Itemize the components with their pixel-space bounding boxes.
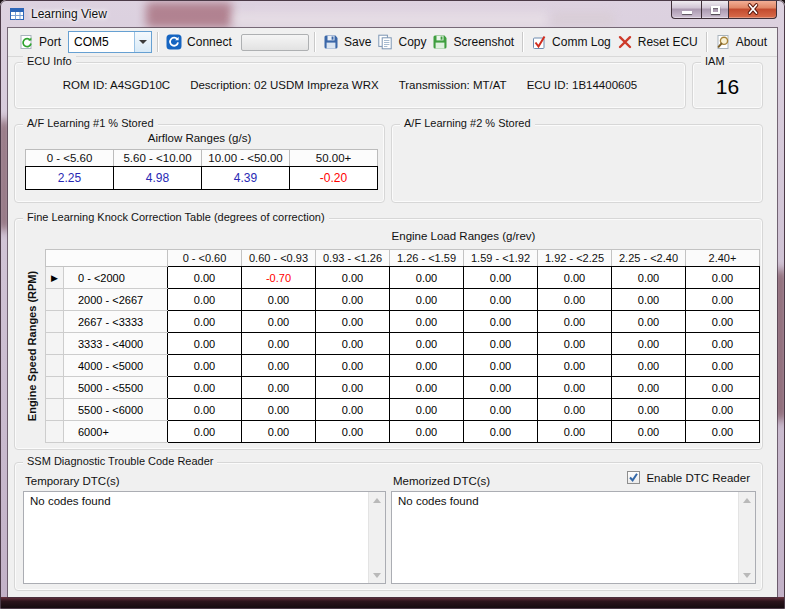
- knock-cell[interactable]: 0.00: [686, 421, 760, 443]
- save-button[interactable]: Save: [320, 32, 374, 52]
- scroll-down-icon[interactable]: [369, 567, 385, 583]
- port-dropdown-button[interactable]: [134, 32, 151, 52]
- knock-cell[interactable]: 0.00: [612, 267, 686, 289]
- knock-cell[interactable]: 0.00: [538, 421, 612, 443]
- comm-log-button[interactable]: Comm Log: [528, 32, 614, 52]
- knock-cell[interactable]: 0.00: [242, 377, 316, 399]
- knock-cell[interactable]: 0.00: [612, 289, 686, 311]
- knock-cell[interactable]: 0.00: [538, 399, 612, 421]
- knock-cell[interactable]: 0.00: [686, 399, 760, 421]
- knock-cell[interactable]: 0.00: [612, 421, 686, 443]
- knock-cell[interactable]: 0.00: [242, 399, 316, 421]
- knock-cell[interactable]: 0.00: [316, 289, 390, 311]
- knock-cell[interactable]: 0.00: [464, 267, 538, 289]
- knock-cell[interactable]: 0.00: [168, 311, 242, 333]
- knock-cell[interactable]: 0.00: [242, 311, 316, 333]
- connect-button[interactable]: Connect: [163, 32, 235, 52]
- af1-cell[interactable]: 2.25: [26, 167, 114, 190]
- knock-row-header[interactable]: 3333 - <4000: [64, 333, 168, 355]
- minimize-button[interactable]: [671, 0, 701, 19]
- knock-cell[interactable]: 0.00: [316, 399, 390, 421]
- knock-row-header[interactable]: 4000 - <5000: [64, 355, 168, 377]
- knock-cell[interactable]: 0.00: [242, 355, 316, 377]
- port-select[interactable]: COM5: [68, 31, 152, 53]
- knock-cell[interactable]: 0.00: [242, 333, 316, 355]
- knock-cell[interactable]: 0.00: [242, 289, 316, 311]
- knock-cell[interactable]: 0.00: [168, 289, 242, 311]
- memorized-dtc-textarea[interactable]: No codes found: [391, 491, 756, 584]
- close-button[interactable]: [729, 0, 777, 19]
- knock-row-header[interactable]: 6000+: [64, 421, 168, 443]
- knock-cell[interactable]: 0.00: [168, 333, 242, 355]
- knock-cell[interactable]: 0.00: [390, 421, 464, 443]
- knock-cell[interactable]: 0.00: [316, 311, 390, 333]
- scroll-up-icon[interactable]: [739, 492, 755, 508]
- reset-ecu-button[interactable]: Reset ECU: [614, 32, 701, 52]
- knock-cell[interactable]: 0.00: [538, 267, 612, 289]
- knock-cell[interactable]: 0.00: [242, 421, 316, 443]
- af1-column-header[interactable]: 0 - <5.60: [26, 150, 114, 167]
- scroll-down-icon[interactable]: [739, 567, 755, 583]
- knock-cell[interactable]: 0.00: [168, 421, 242, 443]
- knock-column-header[interactable]: 1.92 - <2.25: [538, 250, 612, 267]
- knock-cell[interactable]: 0.00: [612, 355, 686, 377]
- knock-cell[interactable]: 0.00: [464, 311, 538, 333]
- title-bar[interactable]: Learning View: [0, 0, 785, 28]
- knock-row-header[interactable]: 5000 - <5500: [64, 377, 168, 399]
- knock-cell[interactable]: 0.00: [464, 421, 538, 443]
- af1-column-header[interactable]: 10.00 - <50.00: [202, 150, 290, 167]
- knock-cell[interactable]: 0.00: [538, 333, 612, 355]
- af1-column-header[interactable]: 50.00+: [290, 150, 378, 167]
- knock-cell[interactable]: 0.00: [686, 377, 760, 399]
- knock-cell[interactable]: 0.00: [390, 267, 464, 289]
- knock-cell[interactable]: 0.00: [168, 355, 242, 377]
- knock-column-header[interactable]: 0 - <0.60: [168, 250, 242, 267]
- scroll-up-icon[interactable]: [369, 492, 385, 508]
- knock-cell[interactable]: 0.00: [316, 267, 390, 289]
- knock-cell[interactable]: 0.00: [538, 355, 612, 377]
- maximize-button[interactable]: [701, 0, 729, 19]
- knock-cell[interactable]: 0.00: [686, 333, 760, 355]
- knock-cell[interactable]: 0.00: [612, 377, 686, 399]
- knock-cell[interactable]: 0.00: [464, 333, 538, 355]
- copy-button[interactable]: Copy: [374, 32, 429, 52]
- knock-cell[interactable]: 0.00: [464, 399, 538, 421]
- af1-cell[interactable]: 4.39: [202, 167, 290, 190]
- knock-row-header[interactable]: 5500 - <6000: [64, 399, 168, 421]
- knock-cell[interactable]: 0.00: [168, 377, 242, 399]
- knock-cell[interactable]: 0.00: [612, 399, 686, 421]
- knock-cell[interactable]: 0.00: [168, 267, 242, 289]
- knock-cell[interactable]: 0.00: [686, 311, 760, 333]
- knock-cell[interactable]: 0.00: [612, 333, 686, 355]
- knock-cell[interactable]: 0.00: [612, 311, 686, 333]
- knock-cell[interactable]: 0.00: [686, 355, 760, 377]
- knock-column-header[interactable]: 1.59 - <1.92: [464, 250, 538, 267]
- knock-column-header[interactable]: 2.40+: [686, 250, 760, 267]
- knock-cell[interactable]: 0.00: [390, 311, 464, 333]
- enable-dtc-reader-checkbox[interactable]: Enable DTC Reader: [627, 471, 750, 484]
- screenshot-button[interactable]: Screenshot: [429, 32, 517, 52]
- about-button[interactable]: About: [712, 32, 770, 52]
- af1-column-header[interactable]: 5.60 - <10.00: [114, 150, 202, 167]
- knock-cell[interactable]: 0.00: [316, 421, 390, 443]
- scrollbar[interactable]: [368, 492, 385, 583]
- scrollbar[interactable]: [738, 492, 755, 583]
- knock-cell[interactable]: 0.00: [538, 311, 612, 333]
- knock-cell[interactable]: 0.00: [390, 377, 464, 399]
- knock-column-header[interactable]: 0.93 - <1.26: [316, 250, 390, 267]
- knock-cell[interactable]: 0.00: [168, 399, 242, 421]
- knock-cell[interactable]: 0.00: [316, 355, 390, 377]
- knock-cell[interactable]: 0.00: [316, 333, 390, 355]
- knock-row-header[interactable]: 2667 - <3333: [64, 311, 168, 333]
- knock-cell[interactable]: 0.00: [538, 377, 612, 399]
- knock-row-header[interactable]: 2000 - <2667: [64, 289, 168, 311]
- knock-cell[interactable]: 0.00: [390, 399, 464, 421]
- knock-cell[interactable]: 0.00: [686, 289, 760, 311]
- knock-cell[interactable]: 0.00: [464, 355, 538, 377]
- knock-cell[interactable]: 0.00: [316, 377, 390, 399]
- knock-column-header[interactable]: 1.26 - <1.59: [390, 250, 464, 267]
- af1-cell[interactable]: 4.98: [114, 167, 202, 190]
- knock-cell[interactable]: -0.70: [242, 267, 316, 289]
- knock-cell[interactable]: 0.00: [686, 267, 760, 289]
- refresh-ports-button[interactable]: Port: [15, 32, 64, 52]
